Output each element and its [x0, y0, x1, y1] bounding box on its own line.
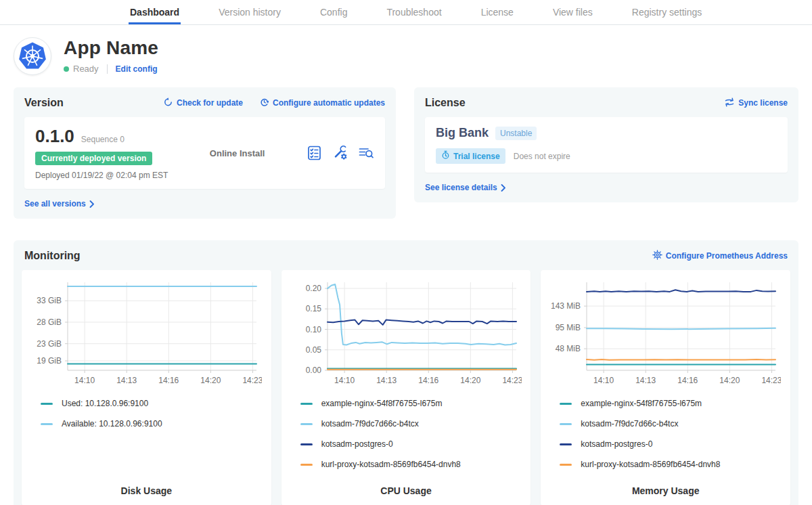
svg-text:14:16: 14:16 — [158, 376, 179, 385]
cpu-usage-chart-card: 0.200.150.100.050.0014:1014:1314:1614:20… — [281, 270, 531, 505]
chart-title: CPU Usage — [288, 475, 524, 496]
series-label: kurl-proxy-kotsadm-8569fb6454-dnvh8 — [321, 460, 461, 469]
deployed-version-badge: Currently deployed version — [35, 152, 152, 165]
series-label: kotsadm-7f9dc7d66c-b4tcx — [321, 419, 419, 429]
monitoring-title: Monitoring — [24, 250, 81, 262]
svg-text:19 GiB: 19 GiB — [37, 356, 62, 366]
chart-title: Disk Usage — [28, 475, 265, 496]
see-license-details-label: See license details — [425, 183, 497, 192]
tab-view-files[interactable]: View files — [551, 0, 594, 24]
page-title: App Name — [64, 37, 158, 59]
version-card: Version Check for update Configure autom… — [14, 87, 396, 219]
legend-item: kotsadm-postgres-0 — [300, 434, 524, 454]
disk-usage-chart: 33 GiB28 GiB23 GiB19 GiB14:1014:1314:161… — [28, 277, 262, 388]
svg-text:14:20: 14:20 — [460, 376, 480, 385]
svg-text:14:16: 14:16 — [678, 376, 698, 385]
series-label: example-nginx-54f8f76755-l675m — [581, 399, 702, 408]
series-color-swatch — [560, 403, 572, 405]
charts-row: 33 GiB28 GiB23 GiB19 GiB14:1014:1314:161… — [22, 270, 790, 505]
configure-prometheus-label: Configure Prometheus Address — [666, 251, 788, 261]
preflight-checks-icon[interactable] — [307, 145, 323, 161]
configure-automatic-updates-button[interactable]: Configure automatic updates — [259, 97, 385, 109]
memory-usage-chart-card: 143 MiB95 MiB48 MiB14:1014:1314:1614:201… — [541, 270, 790, 505]
tab-troubleshoot[interactable]: Troubleshoot — [385, 0, 443, 24]
trial-license-badge: Trial license — [436, 148, 505, 164]
refresh-icon — [163, 97, 173, 109]
tab-config[interactable]: Config — [319, 0, 348, 24]
check-for-update-label: Check for update — [177, 98, 243, 108]
see-all-versions-link[interactable]: See all versions — [24, 199, 95, 208]
sync-license-label: Sync license — [738, 98, 788, 108]
svg-text:28 GiB: 28 GiB — [37, 317, 62, 327]
status-dot-icon — [64, 66, 69, 72]
app-header-text: App Name Ready Edit config — [64, 37, 158, 74]
svg-text:14:10: 14:10 — [334, 376, 355, 385]
clock-refresh-icon — [259, 97, 269, 109]
svg-text:14:10: 14:10 — [593, 376, 614, 385]
tab-version-history[interactable]: Version history — [217, 0, 282, 24]
kubernetes-logo-icon — [14, 37, 51, 75]
series-label: kotsadm-postgres-0 — [321, 439, 393, 449]
svg-text:14:20: 14:20 — [720, 376, 740, 385]
series-color-swatch — [300, 403, 313, 405]
configure-automatic-updates-label: Configure automatic updates — [273, 98, 385, 108]
version-number: 0.1.0 — [35, 126, 74, 147]
series-color-swatch — [41, 423, 53, 425]
series-label: Used: 10.128.0.96:9100 — [62, 399, 148, 408]
svg-text:14:10: 14:10 — [74, 376, 95, 385]
check-for-update-button[interactable]: Check for update — [163, 97, 243, 109]
tab-license[interactable]: License — [480, 0, 515, 24]
series-color-swatch — [41, 403, 53, 405]
legend-item: kotsadm-7f9dc7d66c-b4tcx — [560, 414, 784, 434]
tab-label: License — [481, 7, 514, 18]
svg-text:14:16: 14:16 — [418, 376, 438, 385]
edit-config-link[interactable]: Edit config — [116, 64, 158, 74]
svg-text:0.00: 0.00 — [305, 366, 321, 375]
svg-text:33 GiB: 33 GiB — [37, 296, 62, 305]
legend-item: example-nginx-54f8f76755-l675m — [560, 393, 784, 414]
svg-text:14:13: 14:13 — [116, 376, 137, 385]
cpu-usage-legend: example-nginx-54f8f76755-l675m kotsadm-7… — [288, 393, 524, 475]
series-color-swatch — [560, 443, 572, 445]
tab-label: Registry settings — [632, 7, 702, 18]
tab-registry-settings[interactable]: Registry settings — [631, 0, 703, 24]
svg-text:48 MiB: 48 MiB — [556, 344, 581, 353]
license-card: License Sync license Big Bank Unstable — [414, 87, 798, 202]
status-badge: Ready — [73, 64, 99, 74]
gear-icon — [652, 250, 662, 262]
monitoring-section: Monitoring Configure Prometheus Address … — [14, 240, 798, 505]
legend-item: kotsadm-7f9dc7d66c-b4tcx — [300, 414, 524, 434]
series-color-swatch — [560, 464, 572, 466]
legend-item: kurl-proxy-kotsadm-8569fb6454-dnvh8 — [300, 454, 524, 475]
svg-text:0.10: 0.10 — [305, 325, 321, 334]
tab-label: Config — [320, 7, 347, 18]
edit-config-tools-icon[interactable] — [332, 145, 348, 161]
svg-text:14:23: 14:23 — [502, 376, 522, 385]
legend-item: kurl-proxy-kotsadm-8569fb6454-dnvh8 — [560, 454, 784, 475]
svg-text:14:23: 14:23 — [242, 376, 262, 385]
sequence-label: Sequence 0 — [81, 135, 125, 144]
see-license-details-link[interactable]: See license details — [425, 183, 506, 192]
series-color-swatch — [300, 443, 313, 445]
series-label: example-nginx-54f8f76755-l675m — [321, 399, 443, 408]
sync-license-button[interactable]: Sync license — [724, 97, 788, 109]
tab-dashboard[interactable]: Dashboard — [129, 0, 181, 24]
svg-text:14:13: 14:13 — [636, 376, 656, 385]
configure-prometheus-button[interactable]: Configure Prometheus Address — [652, 250, 788, 262]
tab-label: Troubleshoot — [386, 7, 441, 18]
svg-text:14:20: 14:20 — [200, 376, 221, 385]
svg-text:143 MiB: 143 MiB — [551, 301, 581, 311]
memory-usage-chart: 143 MiB95 MiB48 MiB14:1014:1314:1614:201… — [547, 277, 781, 388]
chevron-right-icon — [89, 200, 95, 208]
license-summary-card: Big Bank Unstable Trial license Does not… — [425, 117, 788, 173]
series-label: kotsadm-7f9dc7d66c-b4tcx — [581, 419, 678, 429]
tab-label: View files — [553, 7, 593, 18]
view-logs-icon[interactable] — [358, 145, 374, 161]
stopwatch-icon — [441, 150, 450, 162]
deployed-timestamp: Deployed 01/19/22 @ 02:04 pm EST — [35, 171, 168, 180]
tab-label: Version history — [219, 7, 281, 18]
chart-title: Memory Usage — [547, 475, 784, 496]
current-version-card: 0.1.0 Sequence 0 Currently deployed vers… — [24, 117, 385, 189]
series-color-swatch — [560, 423, 572, 425]
customer-name: Big Bank — [436, 126, 489, 140]
